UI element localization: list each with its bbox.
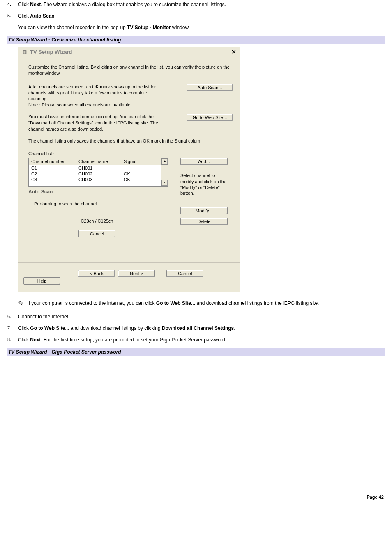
- section-customize-listing: TV Setup Wizard - Customize the channel …: [7, 36, 385, 44]
- step-5: 5. Click Auto Scan. You can view the cha…: [7, 13, 385, 30]
- auto-scan-progress: C20ch / C125ch: [28, 219, 166, 223]
- page-number: Page 42: [7, 491, 385, 504]
- help-button[interactable]: Help: [23, 277, 60, 285]
- table-row[interactable]: C1 CH001: [29, 165, 168, 171]
- step-6-text: Connect to the Internet.: [18, 314, 69, 320]
- go-to-website-button[interactable]: Go to Web Site...: [187, 114, 233, 121]
- section-server-password: TV Setup Wizard - Giga Pocket Server pas…: [7, 348, 385, 356]
- dialog-titlebar: ▥ TV Setup Wizard ✕: [18, 47, 240, 56]
- add-button[interactable]: Add...: [180, 158, 228, 165]
- dialog-footer: < Back Next > Cancel Help: [18, 262, 240, 292]
- save-note: The channel listing only saves the chann…: [28, 138, 230, 144]
- step-7-num: 7.: [7, 325, 11, 330]
- auto-scan-status: Performing to scan the channel.: [34, 201, 166, 206]
- step-8-num: 8.: [7, 337, 11, 342]
- step-7: 7. Click Go to Web Site... and download …: [7, 325, 385, 331]
- close-icon[interactable]: ✕: [231, 48, 237, 55]
- step-5-sub: You can view the channel reception in th…: [18, 25, 385, 30]
- dialog-title: TV Setup Wizard: [30, 49, 231, 55]
- step-7-text: Click Go to Web Site... and download cha…: [18, 325, 235, 331]
- modify-delete-help: Select channel to modify and click on th…: [180, 173, 228, 196]
- cancel-button[interactable]: Cancel: [166, 270, 203, 277]
- step-8-text: Click Next. For the first time setup, yo…: [18, 337, 226, 343]
- step-8: 8. Click Next. For the first time setup,…: [7, 337, 385, 343]
- scroll-up-icon[interactable]: ▴: [161, 158, 168, 165]
- note-iepg: ✎ If your computer is connected to the I…: [18, 300, 385, 307]
- dialog-intro: Customize the Channel listing. By clicki…: [28, 64, 230, 76]
- step-6: 6. Connect to the Internet.: [7, 314, 385, 320]
- autoscan-description: After channels are scanned, an OK mark s…: [28, 84, 164, 108]
- channel-list-label: Channel list :: [28, 151, 230, 156]
- back-button[interactable]: < Back: [78, 270, 115, 277]
- channel-list[interactable]: Channel number Channel name Signal C1 CH…: [28, 158, 168, 187]
- header-signal[interactable]: Signal: [121, 158, 156, 165]
- delete-button[interactable]: Delete: [180, 218, 228, 225]
- table-row[interactable]: C3 CH003 OK: [29, 177, 168, 182]
- channel-list-header: Channel number Channel name Signal: [29, 158, 168, 165]
- website-description: You must have an internet connection set…: [28, 114, 164, 132]
- auto-scan-title: Auto Scan: [28, 189, 166, 195]
- modify-button[interactable]: Modify...: [180, 207, 228, 214]
- auto-scan-popup: Auto Scan Performing to scan the channel…: [28, 187, 168, 251]
- step-5-num: 5.: [7, 13, 11, 18]
- auto-scan-cancel-button[interactable]: Cancel: [78, 230, 115, 237]
- scroll-down-icon[interactable]: ▾: [161, 180, 168, 186]
- step-5-text: Click Auto Scan.: [18, 13, 56, 19]
- list-scrollbar[interactable]: ▴ ▾: [161, 158, 168, 186]
- step-4-num: 4.: [7, 2, 11, 7]
- step-6-num: 6.: [7, 314, 11, 319]
- app-icon: ▥: [21, 48, 28, 55]
- tv-setup-wizard-dialog: ▥ TV Setup Wizard ✕ Customize the Channe…: [18, 47, 240, 292]
- header-channel-number[interactable]: Channel number: [29, 158, 76, 165]
- header-channel-name[interactable]: Channel name: [76, 158, 121, 165]
- step-4-text: Click Next. The wizard displays a dialog…: [18, 2, 226, 7]
- step-4: 4. Click Next. The wizard displays a dia…: [7, 2, 385, 7]
- auto-scan-button[interactable]: Auto Scan...: [187, 84, 233, 91]
- table-row[interactable]: C2 CH002 OK: [29, 171, 168, 177]
- note-icon: ✎: [18, 300, 24, 307]
- next-button[interactable]: Next >: [118, 270, 155, 277]
